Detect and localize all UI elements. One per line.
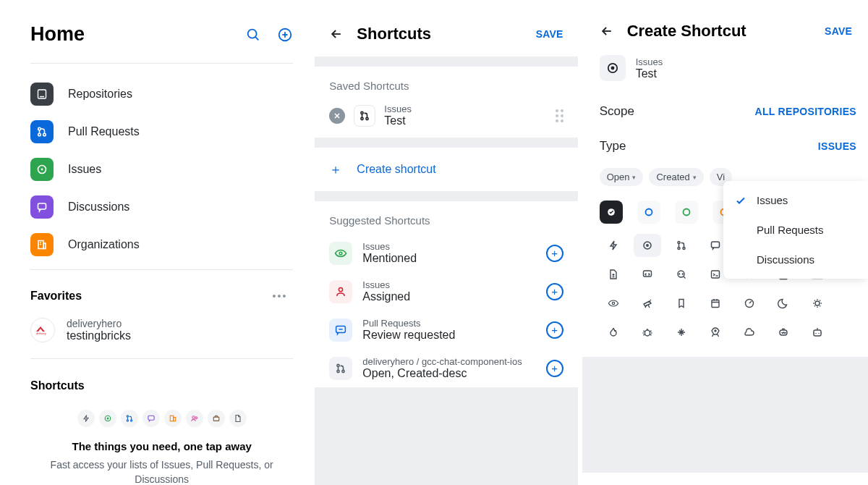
home-panel: Home Repositories Pull Requests xyxy=(0,0,310,485)
create-shortcut-label: Create shortcut xyxy=(357,163,435,176)
dropdown-label: Issues xyxy=(757,194,788,206)
svg-rect-54 xyxy=(712,300,719,308)
pull-request-icon[interactable] xyxy=(668,234,695,257)
add-circle-icon[interactable] xyxy=(277,27,293,43)
svg-point-37 xyxy=(342,370,344,372)
chip-open[interactable]: Open▾ xyxy=(600,168,644,186)
nav-organizations[interactable]: Organizations xyxy=(30,226,293,263)
svg-text:delivery: delivery xyxy=(36,332,46,335)
chevron-down-icon: ▾ xyxy=(632,174,636,181)
scope-value: ALL REPOSITORIES xyxy=(755,106,856,117)
svg-rect-49 xyxy=(711,242,719,248)
svg-point-22 xyxy=(130,420,132,421)
favorite-repo[interactable]: delivery deliveryhero testingbricks xyxy=(30,313,293,353)
suggested-shortcut-mentioned[interactable]: Issues Mentioned + xyxy=(315,234,577,272)
svg-point-46 xyxy=(678,242,680,244)
nav-label: Issues xyxy=(68,163,101,176)
more-icon[interactable]: ••• xyxy=(267,287,294,305)
shortcuts-header: Shortcuts SAVE xyxy=(315,0,577,56)
create-header: Create Shortcut SAVE xyxy=(597,0,859,51)
sparkle-icon[interactable] xyxy=(668,321,695,344)
svg-point-57 xyxy=(644,330,650,336)
rocket-icon[interactable] xyxy=(702,321,729,344)
suggested-name: Open, Created-desc xyxy=(362,367,535,380)
nav-repositories[interactable]: Repositories xyxy=(30,75,293,113)
suggested-shortcut-repo[interactable]: deliveryhero / gcc-chat-component-ios Op… xyxy=(315,349,577,387)
shortcuts-title: Shortcuts xyxy=(30,371,293,410)
nav-issues[interactable]: Issues xyxy=(30,151,293,188)
sun-icon[interactable] xyxy=(804,292,831,315)
svg-point-0 xyxy=(248,29,257,38)
add-icon[interactable]: + xyxy=(546,245,563,262)
meter-icon[interactable] xyxy=(736,292,763,315)
code-search-icon[interactable] xyxy=(668,263,695,286)
saved-category: Issues xyxy=(384,104,546,114)
add-icon[interactable]: + xyxy=(546,321,563,339)
squirrel-icon[interactable] xyxy=(736,321,763,344)
svg-point-19 xyxy=(107,418,109,419)
empty-area xyxy=(582,357,868,473)
people-icon xyxy=(186,410,203,427)
chevron-down-icon: ▾ xyxy=(693,174,697,181)
moon-icon[interactable] xyxy=(770,292,797,315)
dropdown-option-issues[interactable]: Issues xyxy=(723,185,868,215)
file-diff-icon[interactable] xyxy=(600,263,627,286)
svg-point-36 xyxy=(337,370,339,372)
shortcuts-subtitle: Fast access your lists of Issues, Pull R… xyxy=(30,458,293,485)
shortcuts-title: Shortcuts xyxy=(357,25,525,43)
suggested-name: Mentioned xyxy=(362,252,535,265)
dropdown-option-discussions[interactable]: Discussions xyxy=(723,245,868,274)
color-green[interactable] xyxy=(675,201,698,224)
nav-discussions[interactable]: Discussions xyxy=(30,188,293,226)
code-review-icon[interactable] xyxy=(634,263,661,286)
svg-point-41 xyxy=(645,209,652,216)
eye-icon[interactable] xyxy=(600,292,627,315)
type-row[interactable]: Type ISSUES xyxy=(597,129,859,164)
delete-icon[interactable] xyxy=(329,108,345,124)
file-icon xyxy=(229,410,247,427)
save-button[interactable]: SAVE xyxy=(825,25,852,37)
svg-point-7 xyxy=(38,127,41,130)
svg-rect-50 xyxy=(643,271,651,277)
issue-icon[interactable] xyxy=(634,234,661,257)
chip-created[interactable]: Created▾ xyxy=(649,168,703,186)
suggested-category: deliveryhero / gcc-chat-component-ios xyxy=(362,356,535,367)
review-icon xyxy=(329,319,352,342)
svg-point-9 xyxy=(43,133,46,136)
add-icon[interactable]: + xyxy=(546,283,563,300)
back-icon[interactable] xyxy=(600,24,617,38)
suggested-shortcut-review[interactable]: Pull Requests Review requested + xyxy=(315,311,577,349)
color-blue[interactable] xyxy=(637,201,660,224)
bolt-icon[interactable] xyxy=(600,234,627,257)
pull-request-icon xyxy=(121,410,138,427)
save-button[interactable]: SAVE xyxy=(536,28,563,40)
telescope-icon[interactable] xyxy=(634,292,661,315)
suggested-shortcut-assigned[interactable]: Issues Assigned + xyxy=(315,272,577,311)
saved-name: Test xyxy=(384,114,546,127)
create-shortcut-panel: Create Shortcut SAVE Issues Test Scope A… xyxy=(582,0,868,485)
svg-rect-14 xyxy=(43,243,46,249)
preview-name: Test xyxy=(636,67,856,80)
create-shortcut-button[interactable]: ＋ Create shortcut xyxy=(315,148,577,191)
dropdown-option-pull-requests[interactable]: Pull Requests xyxy=(723,215,868,245)
add-icon[interactable]: + xyxy=(546,360,563,377)
shortcut-icons-row xyxy=(30,410,293,440)
svg-point-20 xyxy=(127,416,128,417)
svg-point-45 xyxy=(646,245,647,246)
issue-open-icon xyxy=(99,410,116,427)
color-black[interactable] xyxy=(600,201,623,224)
back-icon[interactable] xyxy=(329,27,346,41)
bookmark-icon[interactable] xyxy=(668,292,695,315)
pull-request-icon xyxy=(30,120,54,143)
drag-handle-icon[interactable] xyxy=(556,109,563,122)
dependabot-icon[interactable] xyxy=(804,321,831,344)
nav-label: Discussions xyxy=(68,201,129,214)
saved-shortcut-row[interactable]: Issues Test xyxy=(315,99,577,138)
bug-icon[interactable] xyxy=(634,321,661,344)
calendar-icon[interactable] xyxy=(702,292,729,315)
flame-icon[interactable] xyxy=(600,321,627,344)
hubot-icon[interactable] xyxy=(770,321,797,344)
search-icon[interactable] xyxy=(245,27,261,43)
scope-row[interactable]: Scope ALL REPOSITORIES xyxy=(597,94,859,129)
nav-pull-requests[interactable]: Pull Requests xyxy=(30,113,293,151)
